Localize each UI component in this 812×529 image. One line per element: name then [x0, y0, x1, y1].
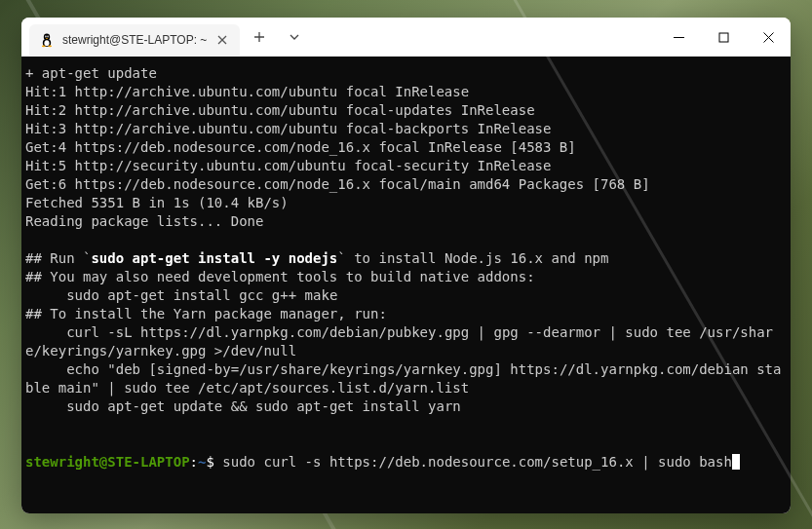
cursor [732, 454, 740, 470]
titlebar: stewright@STE-LAPTOP: ~ [21, 18, 791, 57]
terminal-output: + apt-get update Hit:1 http://archive.ub… [25, 64, 787, 472]
output-line: Hit:5 http://security.ubuntu.com/ubuntu … [25, 158, 551, 173]
output-line: ## You may also need development tools t… [25, 269, 535, 284]
svg-point-8 [48, 45, 52, 47]
tab-dropdown-button[interactable] [279, 21, 310, 53]
new-tab-button[interactable] [244, 21, 275, 53]
close-tab-button[interactable] [214, 32, 230, 48]
output-line: sudo apt-get install gcc g++ make [25, 287, 337, 303]
output-line: sudo apt-get update && sudo apt-get inst… [25, 398, 461, 414]
output-line: Hit:1 http://archive.ubuntu.com/ubuntu f… [25, 84, 469, 99]
window-controls [656, 18, 791, 57]
svg-rect-14 [719, 33, 728, 42]
output-line: ## Run `sudo apt-get install -y nodejs` … [25, 250, 608, 266]
current-command: sudo curl -s https://deb.nodesource.com/… [222, 454, 732, 470]
output-line: Hit:2 http://archive.ubuntu.com/ubuntu f… [25, 102, 535, 118]
minimize-button[interactable] [656, 18, 701, 57]
prompt-line: stewright@STE-LAPTOP:~$ sudo curl -s htt… [25, 454, 732, 470]
output-line: Fetched 5351 B in 1s (10.4 kB/s) [25, 195, 289, 210]
tab-active[interactable]: stewright@STE-LAPTOP: ~ [29, 24, 240, 56]
terminal-window: stewright@STE-LAPTOP: ~ + apt-get update… [21, 18, 791, 513]
maximize-button[interactable] [701, 18, 746, 57]
tux-icon [39, 32, 55, 48]
output-line: echo "deb [signed-by=/usr/share/keyrings… [25, 361, 781, 396]
output-line: Hit:3 http://archive.ubuntu.com/ubuntu f… [25, 121, 551, 136]
output-line: Get:4 https://deb.nodesource.com/node_16… [25, 139, 576, 155]
output-line: ## To install the Yarn package manager, … [25, 306, 387, 321]
svg-point-6 [48, 36, 49, 37]
svg-point-5 [46, 36, 47, 37]
prompt-user-host: stewright@STE-LAPTOP [25, 454, 190, 470]
output-line: Reading package lists... Done [25, 213, 263, 229]
terminal-viewport[interactable]: + apt-get update Hit:1 http://archive.ub… [21, 57, 791, 513]
output-line: Get:6 https://deb.nodesource.com/node_16… [25, 176, 650, 192]
svg-point-2 [44, 40, 49, 46]
tab-title: stewright@STE-LAPTOP: ~ [62, 33, 207, 47]
svg-point-7 [42, 45, 46, 47]
close-window-button[interactable] [746, 18, 791, 57]
output-line: + apt-get update [25, 65, 157, 81]
output-line: curl -sL https://dl.yarnpkg.com/debian/p… [25, 324, 773, 359]
